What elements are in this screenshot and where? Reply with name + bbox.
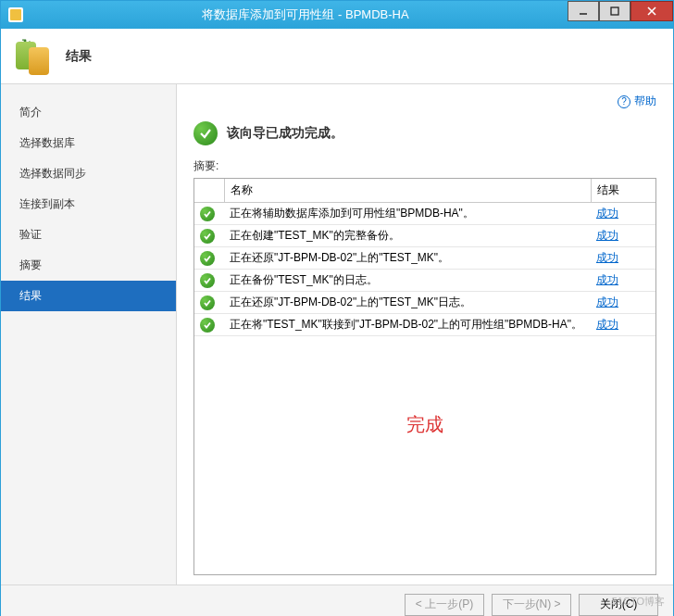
sidebar-item-connect-replica[interactable]: 连接到副本: [1, 189, 176, 220]
row-status-icon: [194, 247, 224, 270]
minimize-button[interactable]: [568, 1, 599, 21]
row-name: 正在还原"JT-BPM-DB-02"上的"TEST_MK"。: [224, 247, 591, 270]
row-name: 正在将辅助数据库添加到可用性组"BPMDB-HA"。: [224, 203, 591, 225]
table-row: 正在创建"TEST_MK"的完整备份。成功: [194, 225, 655, 247]
sidebar: 简介 选择数据库 选择数据同步 连接到副本 验证 摘要 结果: [1, 84, 177, 585]
row-result-link[interactable]: 成功: [596, 229, 618, 242]
result-table: 名称 结果 正在将辅助数据库添加到可用性组"BPMDB-HA"。成功正在创建"T…: [193, 178, 656, 575]
check-icon: [200, 229, 215, 244]
check-icon: [200, 273, 215, 288]
check-icon: [200, 207, 215, 221]
sidebar-item-intro[interactable]: 简介: [1, 97, 176, 128]
table-row: 正在还原"JT-BPM-DB-02"上的"TEST_MK"。成功: [194, 247, 655, 270]
row-status-icon: [194, 225, 224, 247]
row-result-link[interactable]: 成功: [596, 318, 618, 331]
check-icon: [200, 295, 215, 310]
check-icon: [200, 251, 215, 266]
maximize-button[interactable]: [599, 1, 630, 21]
sidebar-item-validate[interactable]: 验证: [1, 220, 176, 250]
row-name: 正在将"TEST_MK"联接到"JT-BPM-DB-02"上的可用性组"BPMD…: [224, 314, 591, 336]
help-label: 帮助: [634, 94, 656, 109]
help-icon: ?: [618, 95, 630, 108]
sidebar-item-result[interactable]: 结果: [1, 281, 176, 311]
sidebar-item-summary[interactable]: 摘要: [1, 250, 176, 281]
row-name: 正在创建"TEST_MK"的完整备份。: [224, 225, 591, 247]
titlebar[interactable]: 将数据库添加到可用性组 - BPMDB-HA: [1, 1, 673, 29]
window-controls: [568, 1, 673, 21]
row-status-icon: [194, 292, 224, 314]
success-banner: 该向导已成功完成。: [193, 121, 656, 145]
col-header-result[interactable]: 结果: [591, 179, 655, 203]
row-result-link[interactable]: 成功: [596, 295, 618, 308]
table-row: 正在将辅助数据库添加到可用性组"BPMDB-HA"。成功: [194, 203, 655, 225]
content-area: ? 帮助 该向导已成功完成。 摘要: 名称 结果: [177, 84, 673, 585]
next-button: 下一步(N) >: [492, 594, 571, 616]
table-row: 正在备份"TEST_MK"的日志。成功: [194, 270, 655, 292]
table-row: 正在还原"JT-BPM-DB-02"上的"TEST_MK"日志。成功: [194, 292, 655, 314]
page-title: 结果: [66, 48, 92, 65]
table-row: 正在将"TEST_MK"联接到"JT-BPM-DB-02"上的可用性组"BPMD…: [194, 314, 655, 336]
row-status-icon: [194, 203, 224, 225]
help-link[interactable]: ? 帮助: [618, 94, 656, 109]
prev-button: < 上一步(P): [405, 594, 484, 616]
wizard-icon: ↻: [16, 38, 53, 75]
svg-rect-1: [611, 7, 618, 15]
row-result-link[interactable]: 成功: [596, 207, 618, 220]
row-result-link[interactable]: 成功: [596, 251, 618, 264]
footer: < 上一步(P) 下一步(N) > 关闭(C): [1, 585, 673, 616]
body: 简介 选择数据库 选择数据同步 连接到副本 验证 摘要 结果 ? 帮助 该向导已…: [1, 84, 673, 585]
check-icon: [200, 318, 215, 333]
summary-label: 摘要:: [193, 158, 656, 174]
row-status-icon: [194, 270, 224, 292]
app-icon: [8, 7, 23, 22]
col-header-name[interactable]: 名称: [224, 179, 591, 203]
watermark: 51CTO博客: [612, 595, 665, 609]
close-button[interactable]: [630, 1, 673, 21]
row-status-icon: [194, 314, 224, 336]
row-name: 正在还原"JT-BPM-DB-02"上的"TEST_MK"日志。: [224, 292, 591, 314]
sidebar-item-select-db[interactable]: 选择数据库: [1, 128, 176, 158]
header: ↻ 结果: [1, 29, 673, 84]
dialog-window: 将数据库添加到可用性组 - BPMDB-HA ↻ 结果 简介 选择数据库 选择数…: [0, 0, 674, 616]
sidebar-item-data-sync[interactable]: 选择数据同步: [1, 158, 176, 189]
row-result-link[interactable]: 成功: [596, 273, 618, 286]
done-overlay: 完成: [406, 411, 443, 436]
success-message: 该向导已成功完成。: [227, 125, 343, 142]
row-name: 正在备份"TEST_MK"的日志。: [224, 270, 591, 292]
success-check-icon: [193, 121, 218, 145]
